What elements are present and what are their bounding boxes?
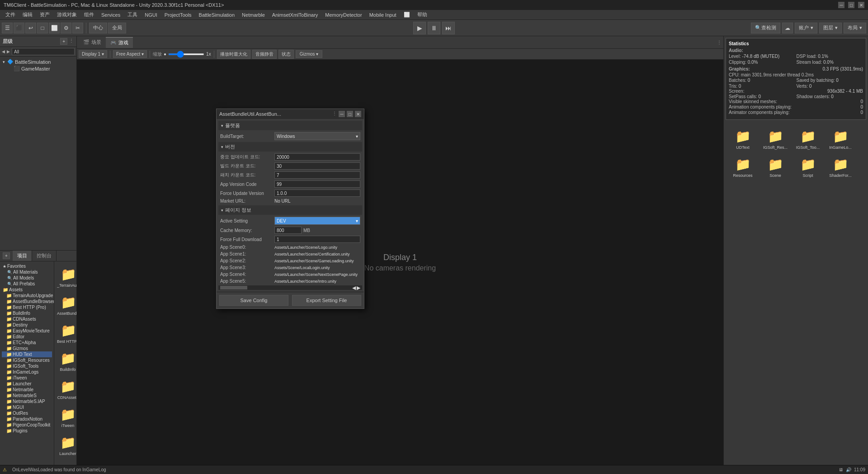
asset-item-itween[interactable]: 📁 iTween [56,403,76,430]
asset-item-terrainau[interactable]: 📁 _TerrainAu... [56,263,76,289]
tree-pigeon[interactable]: 📁 PigeonCoopToolkit [2,422,52,428]
favorites-section[interactable]: ★ Favorites [2,263,52,269]
hierarchy-add-button[interactable]: + [60,38,67,45]
tree-besthttp[interactable]: 📁 Best HTTP (Pro) [2,304,52,310]
cache-memory-input[interactable] [274,227,302,234]
move-tool-button[interactable]: ⬛ [14,23,24,33]
rotate-tool-button[interactable]: ↩ [25,23,36,33]
hierarchy-back-icon[interactable]: ◀ [2,49,5,54]
menu-gameobject[interactable]: 游戏对象 [53,10,80,19]
layers-dropdown[interactable]: 图层 ▾ [819,23,842,33]
menu-services[interactable]: Services [98,11,124,19]
asset-item-besthttp[interactable]: 📁 Best HTTP... [56,319,76,346]
patch-count-input[interactable] [274,171,360,179]
tree-gizmos[interactable]: 📁 Gizmos [2,346,52,351]
horizontal-scrollbar[interactable]: ◀ ▶ [218,285,362,290]
tab-menu-icon[interactable]: ⋮ [717,40,722,45]
tree-assetbundle[interactable]: 📁 AssetBundleBrowser [2,299,52,304]
tree-editor[interactable]: 📁 Editor [2,334,52,340]
menu-edit[interactable]: 编辑 [19,10,36,19]
hierarchy-scene-item[interactable]: ▾ 🔷 BattleSimulation [2,58,75,65]
hierarchy-search[interactable] [12,48,75,55]
tree-all-prefabs[interactable]: 🔍 All Prefabs [2,281,52,287]
menu-memorydetector[interactable]: MemoryDetector [321,11,365,19]
maximize-on-play-button[interactable]: 播放时最大化 [217,50,250,59]
tree-netmarbles[interactable]: 📁 NetmarbleS [2,393,52,398]
tree-netmarble[interactable]: 📁 Netmarble [2,387,52,393]
transform-tool-button[interactable]: ⚙ [61,23,71,33]
scroll-left-icon[interactable]: ◀ [352,285,356,291]
menu-tools[interactable]: 工具 [124,10,141,19]
tree-assets-section[interactable]: 📁 Assets [2,287,52,293]
tree-launcher[interactable]: 📁 Launcher [2,381,52,387]
active-setting-dropdown[interactable]: DEV ▾ [274,217,360,225]
gizmos-button[interactable]: Gizmos ▾ [296,50,323,58]
global-button[interactable]: 全局 [108,23,126,33]
close-button[interactable]: ✕ [858,2,864,8]
tree-ngui[interactable]: 📁 NGUI [2,404,52,410]
display-dropdown[interactable]: Display 1 ▾ [79,50,107,58]
asset-item-igsoftres[interactable]: 📁 IGSoft_Res... [760,125,791,152]
scroll-right-icon[interactable]: ▶ [357,285,360,291]
asset-item-script[interactable]: 📁 Script [793,153,823,180]
asset-item-scene[interactable]: 📁 Scene [760,153,791,180]
tree-buildinfo[interactable]: 📁 BuildInfo [2,310,52,316]
tree-ingamelogs[interactable]: 📁 InGameLogs [2,369,52,375]
major-update-input[interactable] [274,153,360,161]
hierarchy-menu-icon[interactable]: ⋮ [69,38,74,45]
build-count-input[interactable] [274,162,360,170]
asset-item-launcher[interactable]: 📁 Launcher [56,431,76,458]
app-version-input[interactable] [274,180,360,188]
asset-item-cdnassets[interactable]: 📁 CDNAssets [56,375,76,402]
scale-slider[interactable] [168,53,204,55]
maximize-button[interactable]: □ [848,2,854,8]
tree-all-models[interactable]: 🔍 All Models [2,275,52,281]
asset-item-ingamelog[interactable]: 📁 InGameLo... [825,125,856,152]
tree-igsoft-res[interactable]: 📁 IGSoft_Resources [2,357,52,363]
project-tab-console[interactable]: 控制台 [32,251,57,261]
layout-dropdown[interactable]: 布局 ▾ [844,23,866,33]
minimize-button[interactable]: ─ [838,2,844,8]
menu-battlesimulation[interactable]: BattleSimulation [195,11,239,19]
menu-animset[interactable]: AnimsetXmlToBinary [269,11,321,19]
hierarchy-gamemaster-item[interactable]: ⬛ GameMaster [2,65,75,72]
scene-tab[interactable]: 🎬 场景 [79,37,106,47]
tree-etcalpha[interactable]: 📁 ETC+Alpha [2,340,52,346]
game-tab[interactable]: 🎮 游戏 [106,37,133,48]
save-config-button[interactable]: Save Config [219,295,288,306]
tree-paradox[interactable]: 📁 ParadoxNotion [2,416,52,422]
asset-item-assetbund[interactable]: 📁 AssetBund... [56,291,76,318]
menu-netmarble[interactable]: Netmarble [238,11,269,19]
tree-itween[interactable]: 📁 iTween [2,375,52,381]
menu-help[interactable]: 帮助 [414,10,431,19]
tree-plugins[interactable]: 📁 Plugins [2,428,52,434]
tree-netmarblesiap[interactable]: 📁 NetmarbleS.IAP [2,398,52,404]
asset-item-resources[interactable]: 📁 Resources [727,153,758,180]
tree-terrain[interactable]: 📁 TerrainAutoUpgrade [2,293,52,299]
force-download-input[interactable] [274,236,360,243]
asset-item-netmarble[interactable]: 📁 Netmarble [56,460,76,465]
dialog-menu-icon[interactable]: ⋮ [332,111,337,117]
step-button[interactable]: ⏭ [442,22,455,34]
menu-assets[interactable]: 资产 [36,10,53,19]
scroll-thumb[interactable] [220,286,247,289]
menu-extra1[interactable]: ⬜ [400,11,414,19]
tree-cdnassets[interactable]: 📁 CDNAssets [2,316,52,322]
dialog-maximize-button[interactable]: □ [347,111,353,117]
menu-file[interactable]: 文件 [2,10,19,19]
rect-tool-button[interactable]: ⬜ [49,23,60,33]
tree-outres[interactable]: 📁 OutRes [2,410,52,416]
menu-mobileinput[interactable]: Mobile Input [366,11,400,19]
tree-all-materials[interactable]: 🔍 All Materials [2,269,52,275]
hand-tool-button[interactable]: ☰ [2,23,13,33]
tree-igsoft-tools[interactable]: 📁 IGSoft_Tools [2,363,52,369]
hierarchy-forward-icon[interactable]: ▶ [7,49,10,54]
tree-destiny[interactable]: 📁 Destiny [2,322,52,328]
stats-button[interactable]: 状态 [278,50,294,59]
play-button[interactable]: ▶ [413,22,426,34]
search-inspector-button[interactable]: 🔍 查检测 [751,23,780,33]
export-setting-button[interactable]: Export Setting File [292,295,361,306]
aspect-dropdown[interactable]: Free Aspect ▾ [113,50,147,58]
menu-ngui[interactable]: NGUI [141,11,161,19]
dialog-minimize-button[interactable]: ─ [339,111,345,117]
